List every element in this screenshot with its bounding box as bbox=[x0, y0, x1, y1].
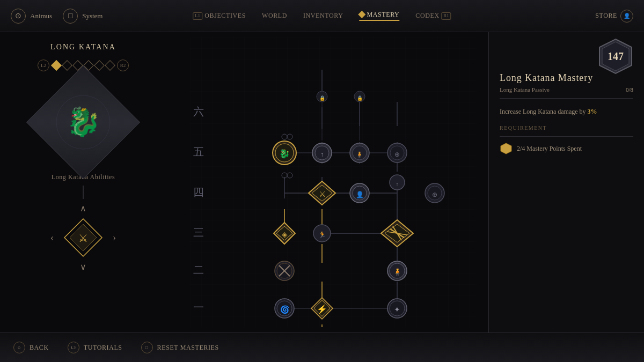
nav-item-objectives[interactable]: L1 Objectives bbox=[193, 12, 246, 20]
info-desc: Increase Long Katana damage by 3% bbox=[500, 107, 633, 117]
svg-text:⊕: ⊕ bbox=[394, 151, 400, 158]
store-button[interactable]: Store 👤 bbox=[595, 10, 633, 23]
svg-text:🐉: 🐉 bbox=[66, 105, 101, 138]
passive-value: 0/8 bbox=[626, 86, 633, 93]
l1-badge: L1 bbox=[193, 12, 202, 20]
skill-tree-svg: 六 五 四 三 二 一 bbox=[182, 38, 483, 327]
down-arrow[interactable]: ∨ bbox=[80, 262, 86, 272]
r1-badge: R1 bbox=[442, 12, 451, 20]
svg-text:🐉: 🐉 bbox=[279, 149, 290, 159]
svg-text:🧍: 🧍 bbox=[393, 268, 402, 277]
weapon-image: 🐉 bbox=[48, 87, 118, 157]
reset-icon: □ bbox=[141, 342, 153, 353]
dragon-svg: 🐉 bbox=[54, 93, 113, 152]
system-label: System bbox=[82, 12, 103, 20]
svg-text:⚔: ⚔ bbox=[319, 190, 326, 198]
bottom-bar: ○ Back L3 Tutorials □ Reset Masteries bbox=[0, 333, 644, 362]
svg-text:六: 六 bbox=[193, 106, 204, 117]
nav-item-inventory[interactable]: Inventory bbox=[303, 12, 343, 20]
info-section: Long Katana Mastery Long Katana Passive … bbox=[500, 72, 633, 155]
svg-text:↑: ↑ bbox=[320, 151, 324, 158]
requirement-label: REQUIREMENT bbox=[500, 125, 633, 131]
nav-item-world[interactable]: World bbox=[262, 12, 287, 20]
l2-button[interactable]: L2 bbox=[38, 60, 49, 71]
mastery-dot-5 bbox=[94, 60, 105, 71]
reset-button[interactable]: □ Reset Masteries bbox=[141, 342, 219, 353]
svg-text:二: 二 bbox=[193, 264, 204, 276]
back-label: Back bbox=[30, 344, 49, 352]
svg-text:🏃: 🏃 bbox=[318, 231, 326, 239]
desc-value: 3% bbox=[588, 108, 597, 115]
passive-label: Long Katana Passive bbox=[500, 86, 550, 93]
back-button[interactable]: ○ Back bbox=[13, 342, 49, 353]
svg-text:一: 一 bbox=[193, 301, 204, 313]
svg-text:🌀: 🌀 bbox=[280, 305, 290, 314]
tutorials-button[interactable]: L3 Tutorials bbox=[68, 342, 122, 353]
animus-icon: ⊙ bbox=[11, 9, 26, 24]
svg-text:⚔: ⚔ bbox=[78, 232, 88, 244]
mastery-dot-2 bbox=[62, 60, 72, 71]
right-arrow[interactable]: › bbox=[113, 232, 116, 243]
svg-text:147: 147 bbox=[608, 50, 624, 62]
mastery-points-container: 147 bbox=[598, 38, 633, 75]
main-content: LONG KATANA L2 R2 🐉 Long Katana Abilitie… bbox=[0, 32, 644, 333]
system-icon: □ bbox=[63, 9, 78, 24]
req-hex-icon bbox=[500, 142, 513, 155]
r2-button[interactable]: R2 bbox=[117, 60, 129, 71]
mastery-dot-6 bbox=[105, 60, 115, 71]
svg-rect-5 bbox=[191, 38, 475, 327]
svg-text:◈: ◈ bbox=[282, 231, 288, 239]
tutorials-icon: L3 bbox=[68, 342, 79, 353]
animus-label: Animus bbox=[30, 12, 52, 20]
store-icon: 👤 bbox=[620, 10, 633, 23]
svg-text:五: 五 bbox=[193, 146, 204, 158]
mastery-dot-1 bbox=[51, 60, 62, 71]
nav-item-mastery[interactable]: Mastery bbox=[359, 11, 399, 21]
svg-text:🔒: 🔒 bbox=[319, 95, 326, 101]
svg-text:🔒: 🔒 bbox=[357, 95, 363, 101]
ability-selector: ⚔ bbox=[62, 216, 105, 259]
svg-text:三: 三 bbox=[193, 226, 204, 238]
svg-text:✦: ✦ bbox=[394, 306, 400, 314]
reset-label: Reset Masteries bbox=[157, 344, 219, 352]
nav-center: L1 Objectives World Inventory Mastery Co… bbox=[193, 11, 451, 21]
nav-brand-system[interactable]: □ System bbox=[63, 9, 103, 24]
nav-left: ⊙ Animus □ System bbox=[11, 9, 103, 24]
weapon-title: LONG KATANA bbox=[50, 43, 116, 51]
nav-brand-animus[interactable]: ⊙ Animus bbox=[11, 9, 52, 24]
info-subtitle: Long Katana Passive 0/8 bbox=[500, 86, 633, 99]
top-nav: ⊙ Animus □ System L1 Objectives World In… bbox=[0, 0, 644, 32]
nav-item-codex[interactable]: Codex R1 bbox=[415, 12, 451, 20]
req-text: 2/4 Mastery Points Spent bbox=[517, 145, 582, 153]
svg-text:⚡: ⚡ bbox=[317, 304, 327, 314]
req-divider bbox=[500, 136, 633, 137]
svg-text:🧍: 🧍 bbox=[356, 151, 363, 158]
svg-marker-105 bbox=[501, 143, 511, 154]
mastery-diamond bbox=[358, 10, 365, 18]
left-arrow[interactable]: ‹ bbox=[50, 232, 54, 243]
right-panel: 147 Long Katana Mastery Long Katana Pass… bbox=[488, 32, 644, 333]
nav-right: Store 👤 bbox=[595, 10, 633, 23]
svg-text:↑: ↑ bbox=[396, 181, 399, 187]
skill-tree-panel: 六 五 四 三 二 一 bbox=[166, 32, 488, 333]
left-panel: LONG KATANA L2 R2 🐉 Long Katana Abilitie… bbox=[0, 32, 166, 333]
svg-text:⊕: ⊕ bbox=[432, 191, 437, 198]
up-arrow[interactable]: ∧ bbox=[80, 203, 86, 213]
weapon-image-container: 🐉 bbox=[40, 79, 126, 165]
svg-text:四: 四 bbox=[193, 186, 204, 198]
req-item: 2/4 Mastery Points Spent bbox=[500, 142, 633, 155]
svg-text:👤: 👤 bbox=[356, 190, 364, 198]
tutorials-label: Tutorials bbox=[84, 344, 122, 352]
back-icon: ○ bbox=[13, 342, 25, 353]
